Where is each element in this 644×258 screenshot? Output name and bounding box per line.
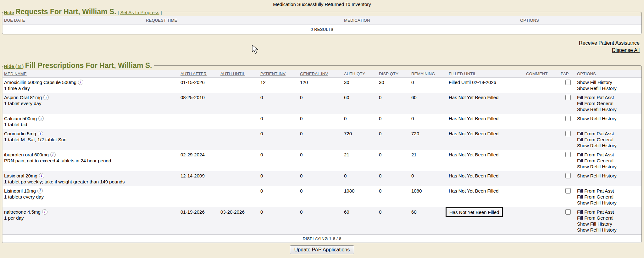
auth-qty-value: 1080: [342, 188, 377, 206]
requests-empty-results: 0 RESULTS: [3, 25, 641, 34]
remaining-value: 0: [409, 79, 447, 91]
hide-requests-link[interactable]: Hide: [4, 10, 14, 15]
prescription-row: Lasix oral 20mgi 1 tablet po weekly; tak…: [3, 171, 641, 186]
info-icon[interactable]: i: [42, 209, 47, 215]
option-link-show-refill-history[interactable]: Show Refill History: [577, 143, 641, 149]
disp-qty-value: 0: [377, 152, 409, 170]
column-header-patient-inv[interactable]: PATIENT INV: [258, 71, 298, 76]
info-icon[interactable]: i: [50, 152, 56, 157]
disp-qty-value: 30: [377, 79, 409, 91]
med-name: Amoxicillin 500mg Capsule 500mg: [4, 80, 76, 85]
patient-inv-value: 0: [258, 188, 298, 206]
option-link-show-refill-history[interactable]: Show Refill History: [577, 85, 641, 91]
filled-until-text: Has Not Yet Been Filled: [449, 95, 498, 100]
column-header-general-inv[interactable]: GENERAL INV: [298, 71, 342, 76]
med-name: Lisinopril 10mg: [4, 188, 36, 194]
disp-qty-value: 0: [377, 173, 409, 185]
receive-patient-assistance-link[interactable]: Receive Patient Assistance: [0, 39, 640, 47]
auth-qty-value: 60: [342, 209, 377, 233]
option-link-fill-from-general[interactable]: Fill From General: [577, 100, 641, 106]
info-icon[interactable]: i: [37, 188, 43, 194]
hide-fill-prescriptions-link[interactable]: Hide ( 8 ): [4, 64, 24, 69]
remaining-value: 720: [409, 131, 447, 149]
prescription-row: Aspirin Oral 81mgi 1 tablet every day 08…: [3, 93, 641, 114]
option-link-show-refill-history[interactable]: Show Refill History: [577, 173, 641, 179]
option-link-show-refill-history[interactable]: Show Refill History: [577, 227, 641, 233]
update-pap-applications-button[interactable]: Update PAP Applications: [290, 245, 354, 254]
option-link-fill-from-general[interactable]: Fill From General: [577, 158, 641, 164]
options-cell: Show Refill History: [575, 173, 641, 185]
column-header-remaining: REMAINING: [409, 71, 447, 76]
action-links: Receive Patient Assistance Dispense All: [0, 39, 640, 54]
option-link-fill-from-general[interactable]: Fill From General: [577, 215, 641, 221]
auth-after-value: 08-25-2010: [179, 94, 219, 112]
option-link-show-refill-history[interactable]: Show Refill History: [577, 200, 641, 206]
auth-after-value: 01-19-2026: [179, 209, 219, 233]
comment-value: [524, 188, 559, 206]
comment-value: [524, 79, 559, 91]
option-link-fill-from-general[interactable]: Fill From General: [577, 194, 641, 200]
auth-qty-value: 30: [342, 79, 377, 91]
comment-value: [524, 131, 559, 149]
med-name: naltrexone 4.5mg: [4, 209, 41, 215]
pap-checkbox[interactable]: [565, 173, 571, 178]
pap-checkbox[interactable]: [565, 131, 571, 136]
pap-checkbox[interactable]: [565, 209, 571, 215]
pap-cell: [559, 209, 575, 233]
pap-checkbox[interactable]: [565, 116, 571, 121]
column-header-due-date[interactable]: DUE DATE: [3, 18, 144, 23]
column-header-request-time[interactable]: REQUEST TIME: [144, 18, 342, 23]
option-link-fill-from-pat-asst[interactable]: Fill From Pat Asst: [577, 209, 641, 215]
option-link-fill-from-pat-asst[interactable]: Fill From Pat Asst: [577, 94, 641, 100]
option-link-show-refill-history[interactable]: Show Refill History: [577, 164, 641, 170]
options-cell: Fill From Pat AsstFill From GeneralShow …: [575, 188, 641, 206]
comment-value: [524, 115, 559, 127]
option-link-show-refill-history[interactable]: Show Refill History: [577, 115, 641, 121]
filled-until-cell: Has Not Yet Been Filled: [447, 152, 524, 170]
pap-cell: [559, 188, 575, 206]
patient-inv-value: 0: [258, 115, 298, 127]
comment-value: [524, 94, 559, 112]
option-link-fill-from-general[interactable]: Fill From General: [577, 137, 641, 143]
med-cell: Lisinopril 10mgi 1 tablets every day: [3, 188, 179, 206]
fill-table-header-row: MED NAMEAUTH AFTERAUTH UNTILPATIENT INVG…: [3, 70, 641, 78]
general-inv-value: 0: [298, 94, 342, 112]
option-link-show-fill-history[interactable]: Show Fill History: [577, 221, 641, 227]
requests-legend: Hide Requests For Hart, William S. | Set…: [3, 8, 164, 16]
fill-prescriptions-section-title: Fill Prescriptions For Hart, William S.: [25, 61, 152, 70]
dispense-all-link[interactable]: Dispense All: [0, 47, 640, 54]
remaining-value: 21: [409, 152, 447, 170]
info-icon[interactable]: i: [39, 173, 44, 178]
med-cell: Aspirin Oral 81mgi 1 tablet every day: [3, 94, 179, 112]
column-header-med-name[interactable]: MED NAME: [3, 71, 179, 76]
column-header-auth-until[interactable]: AUTH UNTIL: [219, 71, 258, 76]
pap-checkbox[interactable]: [565, 80, 571, 85]
filled-until-text: Has Not Yet Been Filled: [449, 116, 498, 121]
option-link-fill-from-pat-asst[interactable]: Fill From Pat Asst: [577, 152, 641, 158]
option-link-fill-from-pat-asst[interactable]: Fill From Pat Asst: [577, 131, 641, 137]
patient-inv-value: 0: [258, 94, 298, 112]
med-name: Coumadin 5mg: [4, 131, 36, 136]
set-as-in-progress-link[interactable]: Set As In Progress: [120, 10, 159, 15]
option-link-show-refill-history[interactable]: Show Refill History: [577, 106, 641, 112]
pap-checkbox[interactable]: [565, 152, 571, 157]
fill-prescriptions-section: Hide ( 8 ) Fill Prescriptions For Hart, …: [2, 61, 642, 243]
option-link-fill-from-pat-asst[interactable]: Fill From Pat Asst: [577, 188, 641, 194]
general-inv-value: 0: [298, 209, 342, 233]
filled-until-text: Has Not Yet Been Filled: [446, 207, 503, 217]
pap-checkbox[interactable]: [565, 188, 571, 194]
filled-until-text: Has Not Yet Been Filled: [449, 188, 498, 194]
option-link-show-fill-history[interactable]: Show Fill History: [577, 79, 641, 85]
info-icon[interactable]: i: [38, 116, 44, 121]
med-name: Lasix oral 20mg: [4, 173, 37, 178]
info-icon[interactable]: i: [38, 131, 43, 136]
general-inv-value: 0: [298, 188, 342, 206]
info-icon[interactable]: i: [78, 80, 83, 85]
column-header-auth-after[interactable]: AUTH AFTER: [179, 71, 219, 76]
column-header-options: OPTIONS: [575, 71, 641, 76]
pap-cell: [559, 115, 575, 127]
info-icon[interactable]: i: [43, 95, 49, 100]
legend-separator: |: [161, 10, 162, 15]
pap-checkbox[interactable]: [565, 95, 571, 100]
column-header-medication[interactable]: MEDICATION: [342, 18, 518, 23]
